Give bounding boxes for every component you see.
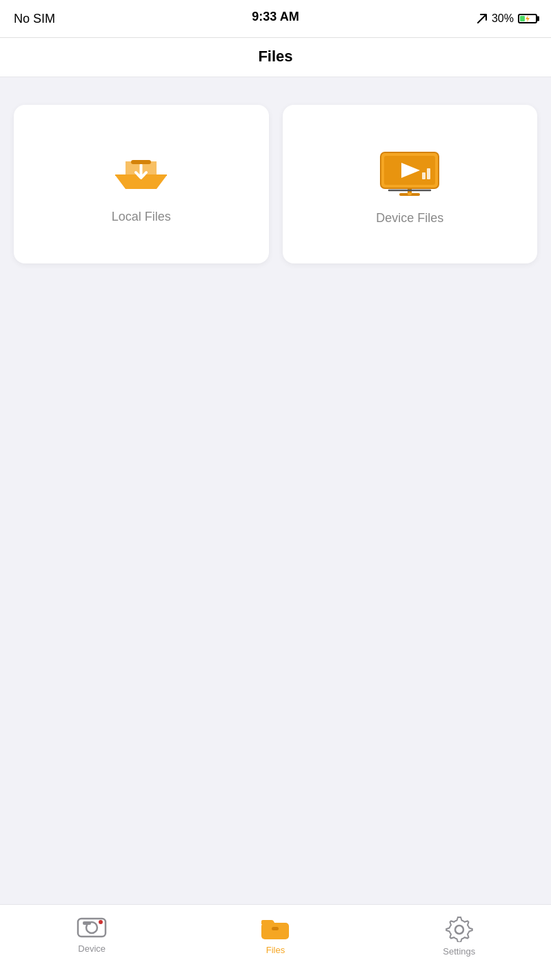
location-icon — [477, 13, 488, 24]
tab-files[interactable]: Files — [183, 914, 367, 955]
tab-files-label: Files — [266, 945, 285, 955]
nav-header: Files — [0, 38, 551, 77]
tab-device[interactable]: Device — [0, 914, 183, 954]
inbox-download-icon — [112, 151, 170, 196]
status-bar: No SIM 9:33 AM 30% — [0, 0, 551, 38]
svg-rect-12 — [83, 921, 91, 925]
settings-tab-icon — [445, 914, 473, 942]
cards-row: Local Files — [14, 105, 537, 263]
tab-settings[interactable]: Settings — [368, 914, 551, 957]
svg-point-9 — [408, 192, 412, 195]
no-sim-label: No SIM — [14, 12, 55, 26]
files-tab-icon — [259, 914, 291, 941]
svg-rect-0 — [131, 160, 151, 164]
status-right: 30% — [477, 12, 537, 25]
svg-rect-15 — [272, 927, 279, 930]
tab-device-label: Device — [78, 943, 106, 954]
svg-rect-5 — [427, 168, 430, 179]
monitor-play-icon — [379, 150, 441, 197]
main-content: Local Files — [0, 77, 551, 277]
time-label: 9:33 AM — [252, 10, 299, 24]
battery-icon — [518, 14, 537, 23]
tab-settings-label: Settings — [443, 946, 475, 957]
svg-rect-14 — [261, 923, 289, 939]
svg-rect-4 — [422, 172, 425, 179]
device-files-card[interactable]: Device Files — [283, 105, 538, 263]
page-title: Files — [258, 48, 292, 65]
svg-point-13 — [99, 920, 103, 924]
tab-bar: Device Files Settings — [0, 904, 551, 980]
device-tab-icon — [76, 914, 108, 939]
local-files-label: Local Files — [112, 210, 171, 224]
battery-percent-label: 30% — [492, 12, 514, 25]
svg-point-16 — [455, 926, 463, 934]
device-files-label: Device Files — [376, 211, 443, 226]
local-files-card[interactable]: Local Files — [14, 105, 269, 263]
